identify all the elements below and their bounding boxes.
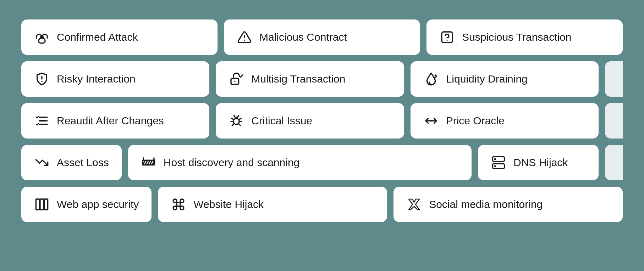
network-scan-icon	[141, 156, 156, 170]
social-media-monitoring[interactable]: Social media monitoring	[393, 187, 623, 222]
svg-point-9	[234, 81, 235, 82]
command-icon	[171, 197, 186, 211]
droplet-arrow-icon	[423, 72, 439, 86]
web-app-security-label: Web app security	[57, 198, 139, 210]
risky-interaction[interactable]: Risky Interaction	[21, 61, 209, 97]
multisig-transaction[interactable]: Multisig Transaction	[216, 61, 404, 97]
suspicious-transaction[interactable]: Suspicious Transaction	[426, 19, 623, 55]
confirmed-attack[interactable]: Confirmed Attack	[21, 19, 218, 55]
dns-hijack[interactable]: DNS Hijack	[478, 145, 599, 180]
svg-rect-27	[36, 199, 39, 210]
website-hijack[interactable]: Website Hijack	[158, 187, 387, 222]
svg-rect-28	[40, 199, 44, 210]
price-oracle[interactable]: Price Oracle	[411, 103, 599, 139]
partial-card-row3	[605, 103, 623, 139]
svg-line-19	[150, 160, 152, 165]
row-3: Reaudit After Changes Critical	[21, 103, 623, 139]
checklist-edit-icon	[34, 114, 50, 128]
partial-card-row2	[605, 61, 623, 97]
price-oracle-icon	[423, 114, 439, 128]
critical-issue[interactable]: Critical Issue	[216, 103, 404, 139]
multisig-icon	[229, 72, 244, 86]
partial-card-row4	[605, 145, 623, 180]
host-discovery-label: Host discovery and scanning	[164, 157, 300, 169]
bug-icon	[229, 114, 244, 128]
confirmed-attack-label: Confirmed Attack	[57, 31, 138, 43]
biohazard-icon	[34, 30, 50, 44]
triangle-warning-icon	[237, 30, 252, 44]
website-hijack-label: Website Hijack	[193, 198, 264, 210]
multisig-transaction-label: Multisig Transaction	[251, 73, 345, 85]
dns-hijack-label: DNS Hijack	[513, 157, 568, 169]
x-mark-icon	[406, 197, 422, 211]
suspicious-transaction-label: Suspicious Transaction	[462, 31, 572, 43]
price-oracle-label: Price Oracle	[446, 115, 505, 127]
svg-line-17	[145, 160, 148, 165]
row-2: Risky Interaction Multisig Transaction	[21, 61, 623, 97]
columns-icon	[34, 197, 50, 211]
row-1: Confirmed Attack Malicious Contract Su	[21, 19, 623, 55]
liquidity-draining-label: Liquidity Draining	[446, 73, 528, 85]
row-5: Web app security Website Hijack Social m…	[21, 187, 623, 222]
malicious-contract-label: Malicious Contract	[259, 31, 347, 43]
svg-rect-29	[44, 199, 48, 210]
liquidity-draining[interactable]: Liquidity Draining	[411, 61, 599, 97]
asset-loss[interactable]: Asset Loss	[21, 145, 122, 180]
reaudit-after-changes-label: Reaudit After Changes	[57, 115, 164, 127]
svg-point-1	[41, 36, 43, 39]
trend-down-icon	[34, 156, 50, 170]
malicious-contract[interactable]: Malicious Contract	[224, 19, 420, 55]
critical-issue-label: Critical Issue	[251, 115, 312, 127]
question-box-icon	[439, 30, 455, 44]
server-icon	[491, 156, 506, 170]
web-app-security[interactable]: Web app security	[21, 187, 152, 222]
reaudit-after-changes[interactable]: Reaudit After Changes	[21, 103, 209, 139]
asset-loss-label: Asset Loss	[57, 157, 109, 169]
svg-line-18	[147, 160, 150, 165]
social-media-monitoring-label: Social media monitoring	[429, 198, 543, 210]
shield-exclaim-icon	[34, 72, 50, 86]
risky-interaction-label: Risky Interaction	[57, 73, 136, 85]
tag-grid: Confirmed Attack Malicious Contract Su	[21, 19, 623, 222]
row-4: Asset Loss Host discovery and scanning	[21, 145, 623, 180]
host-discovery[interactable]: Host discovery and scanning	[128, 145, 472, 180]
